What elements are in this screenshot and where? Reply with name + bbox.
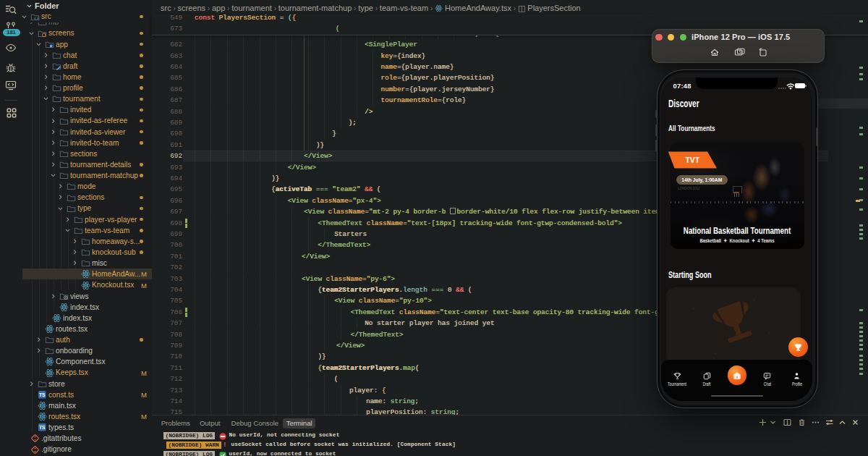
svg-text:TS: TS — [39, 392, 46, 397]
svg-text:TS: TS — [39, 425, 46, 430]
svg-text:TVT: TVT — [685, 156, 699, 164]
